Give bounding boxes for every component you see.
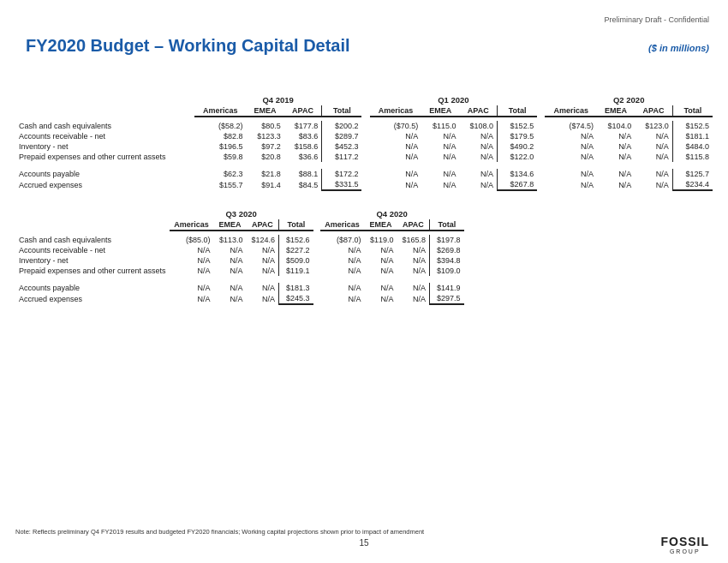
table-row: Inventory - net N/AN/AN/A$509.0 N/AN/AN/… xyxy=(15,255,464,266)
q2-total-hdr: Total xyxy=(672,105,713,117)
q3-2020-header: Q3 2020 xyxy=(170,208,313,219)
row-label: Accounts payable xyxy=(15,283,170,293)
row-label: Accounts payable xyxy=(15,169,194,179)
fossil-logo-text: FOSSIL xyxy=(660,535,709,548)
fossil-group-text: GROUP xyxy=(660,548,709,554)
table-row: Accounts receivable - net N/AN/AN/A$227.… xyxy=(15,245,464,255)
q1-total-hdr: Total xyxy=(498,105,538,117)
q2-americas-hdr: Americas xyxy=(545,105,597,117)
table-row: Cash and cash equivalents ($58.2)$80.5$1… xyxy=(15,121,713,131)
table-row: Prepaid expenses and other current asset… xyxy=(15,266,464,276)
row-label: Accounts receivable - net xyxy=(15,131,194,141)
table-row: Inventory - net $196.5$97.2$158.6$452.3 … xyxy=(15,141,713,152)
footer-note: Note: Reflects preliminary Q4 FY2019 res… xyxy=(15,528,424,536)
page-number: 15 xyxy=(359,538,368,548)
confidential-label: Preliminary Draft - Confidential xyxy=(604,15,709,24)
q2-apac-hdr: APAC xyxy=(635,105,672,117)
row-label: Prepaid expenses and other current asset… xyxy=(15,152,194,162)
row-label: Cash and cash equivalents xyxy=(15,121,194,131)
q1-americas-hdr: Americas xyxy=(370,105,422,117)
q4-2019-header: Q4 2019 xyxy=(194,94,361,105)
table-row: Accrued expenses N/AN/AN/A$245.3 N/AN/AN… xyxy=(15,293,464,304)
table-row: Accounts receivable - net $82.8$123.3$83… xyxy=(15,131,713,141)
row-label: Prepaid expenses and other current asset… xyxy=(15,266,170,276)
table-row: Accrued expenses $155.7$91.4$84.5$331.5 … xyxy=(15,179,713,190)
q4-americas-hdr: Americas xyxy=(194,105,247,117)
q1-2020-header: Q1 2020 xyxy=(370,94,537,105)
table-row: Accounts payable $62.3$21.8$88.1$172.2 N… xyxy=(15,169,713,179)
table-row: Prepaid expenses and other current asset… xyxy=(15,152,713,162)
row-label: Accrued expenses xyxy=(15,179,194,190)
q1-emea-hdr: EMEA xyxy=(421,105,459,117)
q2-emea-hdr: EMEA xyxy=(597,105,635,117)
q1-apac-hdr: APAC xyxy=(459,105,497,117)
row-label: Accounts receivable - net xyxy=(15,245,170,255)
page-title: FY2020 Budget – Working Capital Detail xyxy=(26,36,350,56)
q4-2020-header: Q4 2020 xyxy=(320,208,464,219)
subtitle: ($ in millions) xyxy=(648,43,709,53)
fossil-logo: FOSSIL GROUP xyxy=(660,535,709,554)
tables-area: Q4 2019 Q1 2020 Q2 2020 Americas EMEA AP… xyxy=(15,94,713,305)
row-label: Accrued expenses xyxy=(15,293,170,304)
q4-emea-hdr: EMEA xyxy=(246,105,283,117)
q4-total-hdr: Total xyxy=(322,105,362,117)
row-label: Cash and cash equivalents xyxy=(15,235,170,245)
row-label: Inventory - net xyxy=(15,255,170,266)
q2-2020-header: Q2 2020 xyxy=(545,94,713,105)
bottom-table: Q3 2020 Q4 2020 Americas EMEA APAC Total… xyxy=(15,208,464,305)
table-row: Cash and cash equivalents ($85.0)$113.0$… xyxy=(15,235,464,245)
top-table: Q4 2019 Q1 2020 Q2 2020 Americas EMEA AP… xyxy=(15,94,713,191)
q4-apac-hdr: APAC xyxy=(284,105,322,117)
table-row: Accounts payable N/AN/AN/A$181.3 N/AN/AN… xyxy=(15,283,464,293)
row-label: Inventory - net xyxy=(15,141,194,152)
